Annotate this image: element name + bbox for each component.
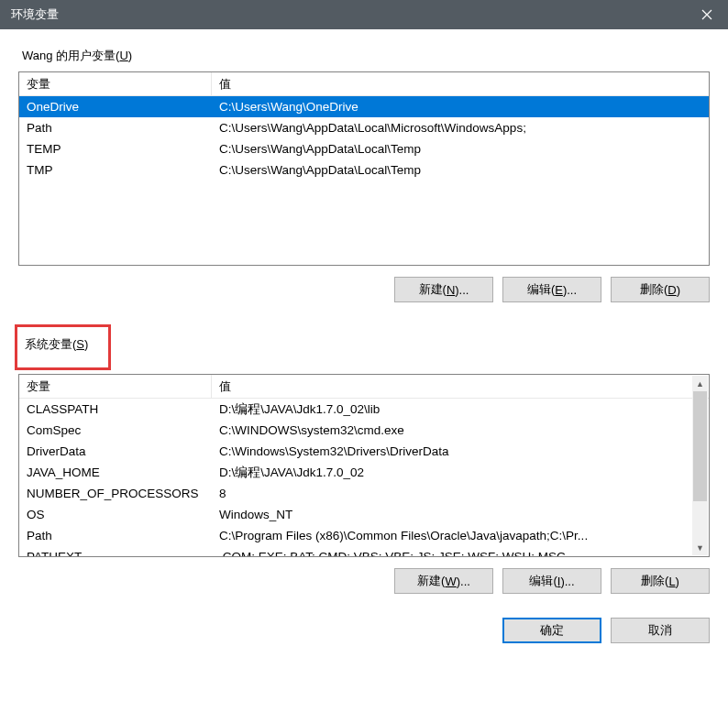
- var-value-cell: Windows_NT: [212, 508, 709, 521]
- table-row[interactable]: PathC:\Program Files (x86)\Common Files\…: [19, 525, 709, 546]
- user-vars-body: OneDriveC:\Users\Wang\OneDrivePathC:\Use…: [19, 96, 709, 181]
- scroll-down-arrow[interactable]: ▼: [692, 540, 708, 555]
- var-value-cell: .COM;.EXE;.BAT;.CMD;.VBS;.VBE;.JS;.JSE;.…: [212, 550, 709, 556]
- var-name-cell: Path: [19, 121, 212, 135]
- user-vars-button-row: 新建(N)... 编辑(E)... 删除(D): [18, 277, 710, 302]
- table-row[interactable]: DriverDataC:\Windows\System32\Drivers\Dr…: [19, 441, 709, 462]
- system-vars-highlight: 系统变量(S): [15, 324, 111, 370]
- system-vars-button-row: 新建(W)... 编辑(I)... 删除(L): [18, 568, 710, 594]
- titlebar: 环境变量: [0, 0, 728, 29]
- var-value-cell: 8: [212, 487, 709, 500]
- system-vars-label: 系统变量(S): [21, 334, 92, 355]
- dialog-button-row: 确定 取消: [18, 618, 710, 643]
- var-value-cell: C:\Program Files (x86)\Common Files\Orac…: [212, 529, 709, 542]
- var-name-cell: TMP: [19, 163, 212, 177]
- system-new-button[interactable]: 新建(W)...: [394, 568, 493, 594]
- var-value-cell: C:\Users\Wang\OneDrive: [212, 100, 709, 114]
- cancel-button[interactable]: 取消: [611, 618, 710, 643]
- table-row[interactable]: OSWindows_NT: [19, 504, 709, 525]
- system-vars-listview[interactable]: 变量 值 CLASSPATHD:\编程\JAVA\Jdk1.7.0_02\lib…: [18, 374, 710, 557]
- user-new-button[interactable]: 新建(N)...: [394, 277, 493, 302]
- var-value-cell: C:\Users\Wang\AppData\Local\Temp: [212, 163, 709, 177]
- col-header-variable[interactable]: 变量: [19, 72, 212, 95]
- var-name-cell: JAVA_HOME: [19, 466, 212, 479]
- var-value-cell: C:\Windows\System32\Drivers\DriverData: [212, 444, 709, 458]
- dialog-content: Wang 的用户变量(U) 变量 值 OneDriveC:\Users\Wang…: [0, 29, 728, 658]
- var-name-cell: NUMBER_OF_PROCESSORS: [19, 487, 212, 500]
- var-name-cell: Path: [19, 529, 212, 542]
- listview-header: 变量 值: [19, 375, 709, 399]
- var-value-cell: C:\Users\Wang\AppData\Local\Microsoft\Wi…: [212, 121, 709, 135]
- table-row[interactable]: JAVA_HOMED:\编程\JAVA\Jdk1.7.0_02: [19, 462, 709, 483]
- user-delete-button[interactable]: 删除(D): [611, 277, 710, 302]
- col-header-value[interactable]: 值: [212, 72, 709, 95]
- col-header-variable[interactable]: 变量: [19, 375, 212, 398]
- var-value-cell: D:\编程\JAVA\Jdk1.7.0_02\lib: [212, 401, 709, 418]
- user-edit-button[interactable]: 编辑(E)...: [502, 277, 601, 302]
- system-delete-button[interactable]: 删除(L): [611, 568, 710, 594]
- user-vars-label: Wang 的用户变量(U): [18, 46, 136, 66]
- window-title: 环境变量: [11, 6, 59, 23]
- vertical-scrollbar[interactable]: ▲ ▼: [692, 376, 708, 555]
- table-row[interactable]: PATHEXT.COM;.EXE;.BAT;.CMD;.VBS;.VBE;.JS…: [19, 546, 709, 556]
- scrollbar-thumb[interactable]: [693, 391, 707, 501]
- scroll-up-arrow[interactable]: ▲: [692, 376, 708, 391]
- table-row[interactable]: TEMPC:\Users\Wang\AppData\Local\Temp: [19, 138, 709, 159]
- var-name-cell: TEMP: [19, 142, 212, 156]
- var-value-cell: C:\Users\Wang\AppData\Local\Temp: [212, 142, 709, 156]
- close-button[interactable]: [686, 0, 728, 29]
- table-row[interactable]: OneDriveC:\Users\Wang\OneDrive: [19, 96, 709, 117]
- var-value-cell: D:\编程\JAVA\Jdk1.7.0_02: [212, 465, 709, 481]
- table-row[interactable]: NUMBER_OF_PROCESSORS8: [19, 483, 709, 504]
- var-name-cell: ComSpec: [19, 423, 212, 437]
- table-row[interactable]: PathC:\Users\Wang\AppData\Local\Microsof…: [19, 117, 709, 138]
- var-name-cell: OS: [19, 508, 212, 521]
- var-name-cell: DriverData: [19, 444, 212, 458]
- col-header-value[interactable]: 值: [212, 375, 693, 398]
- table-row[interactable]: CLASSPATHD:\编程\JAVA\Jdk1.7.0_02\lib: [19, 399, 709, 420]
- var-value-cell: C:\WINDOWS\system32\cmd.exe: [212, 423, 709, 437]
- table-row[interactable]: ComSpecC:\WINDOWS\system32\cmd.exe: [19, 420, 709, 441]
- close-icon: [701, 9, 712, 20]
- system-edit-button[interactable]: 编辑(I)...: [502, 568, 601, 594]
- system-vars-body: CLASSPATHD:\编程\JAVA\Jdk1.7.0_02\libComSp…: [19, 399, 709, 556]
- var-name-cell: PATHEXT: [19, 550, 212, 556]
- user-vars-listview[interactable]: 变量 值 OneDriveC:\Users\Wang\OneDrivePathC…: [18, 71, 710, 266]
- var-name-cell: OneDrive: [19, 100, 212, 114]
- var-name-cell: CLASSPATH: [19, 402, 212, 416]
- listview-header: 变量 值: [19, 72, 709, 96]
- table-row[interactable]: TMPC:\Users\Wang\AppData\Local\Temp: [19, 159, 709, 181]
- ok-button[interactable]: 确定: [502, 618, 601, 643]
